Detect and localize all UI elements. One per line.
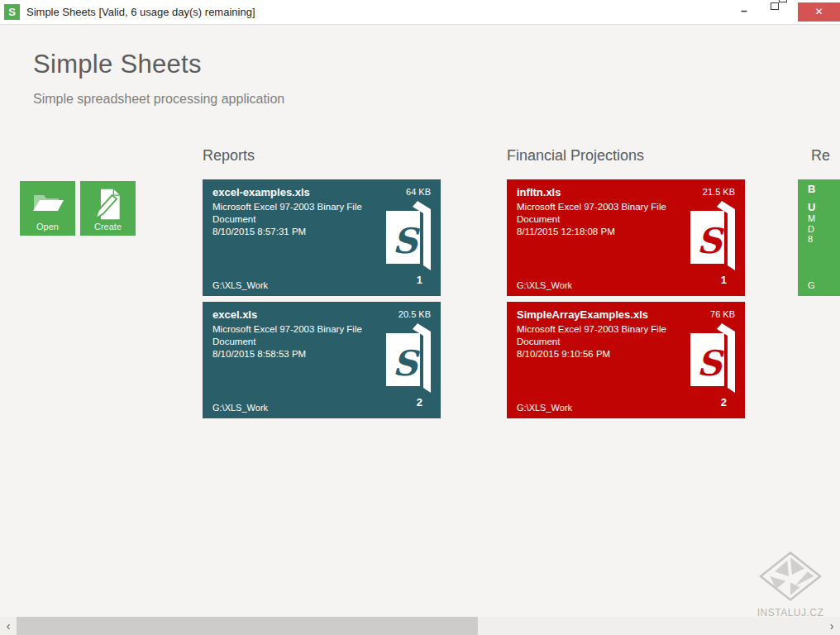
file-index: 2 [721, 396, 727, 408]
file-size: 76 KB [710, 309, 735, 319]
file-tile[interactable]: excel.xls 20.5 KB Microsoft Excel 97-200… [203, 302, 441, 418]
file-path: G:\XLS_Work [517, 403, 572, 413]
file-name: excel-examples.xls [212, 186, 310, 198]
create-button-label: Create [80, 222, 136, 232]
minimize-icon: – [741, 4, 747, 17]
file-size: 64 KB [406, 187, 431, 197]
open-folder-icon [30, 188, 66, 217]
file-tile[interactable]: infltn.xls 21.5 KB Microsoft Excel 97-20… [507, 179, 745, 296]
open-button[interactable]: Open [20, 181, 75, 236]
create-document-icon [93, 188, 124, 221]
restore-button[interactable] [764, 2, 794, 21]
open-button-label: Open [20, 222, 75, 232]
horizontal-scrollbar: ‹ › [0, 617, 840, 635]
minimize-button[interactable]: – [729, 2, 759, 21]
close-button[interactable]: ✕ [798, 2, 840, 21]
file-name: SimpleArrayExamples.xls [517, 308, 648, 321]
close-icon: ✕ [814, 6, 823, 17]
file-tile[interactable]: excel-examples.xls 64 KB Microsoft Excel… [203, 179, 441, 296]
file-path: G:\XLS_Work [517, 280, 572, 290]
file-name: U [808, 201, 815, 213]
chevron-right-icon: › [830, 619, 834, 633]
file-name: excel.xls [212, 308, 257, 321]
file-path: G [808, 280, 815, 290]
watermark: INSTALUJ.CZ [751, 551, 830, 618]
scrollbar-thumb[interactable] [17, 617, 478, 635]
group-financial-projections: Financial Projections infltn.xls 21.5 KB… [507, 147, 745, 424]
group-title: Re [798, 147, 840, 179]
file-meta: Microsoft Excel 97-2003 Binary File Docu… [212, 201, 362, 238]
file-tile[interactable]: SimpleArrayExamples.xls 76 KB Microsoft … [507, 302, 745, 418]
group-title: Financial Projections [507, 147, 745, 179]
title-bar: S Simple Sheets [Valid, 6 usage day(s) r… [0, 0, 840, 25]
group-title: Reports [203, 147, 441, 179]
group-partial: Re B U M D 8 G [798, 147, 840, 302]
file-meta: M D 8 [808, 213, 815, 245]
scroll-right-button[interactable]: › [823, 617, 840, 635]
spreadsheet-icon: S [386, 201, 432, 274]
file-index: 1 [721, 274, 727, 286]
svg-text:S: S [697, 343, 725, 384]
page-subtitle: Simple spreadsheet processing applicatio… [33, 92, 284, 107]
create-button[interactable]: Create [80, 181, 136, 236]
page-title: Simple Sheets [33, 50, 202, 79]
watermark-text: INSTALUJ.CZ [751, 607, 830, 618]
chevron-left-icon: ‹ [7, 619, 11, 633]
svg-text:S: S [697, 221, 725, 261]
file-path: G:\XLS_Work [212, 280, 268, 290]
group-reports: Reports excel-examples.xls 64 KB Microso… [203, 147, 441, 424]
file-meta: Microsoft Excel 97-2003 Binary File Docu… [212, 323, 362, 360]
file-meta: Microsoft Excel 97-2003 Binary File Docu… [517, 201, 666, 238]
spreadsheet-icon: S [690, 201, 737, 274]
spreadsheet-icon: S [690, 323, 737, 396]
spreadsheet-icon: S [386, 323, 432, 396]
file-name: infltn.xls [517, 186, 561, 198]
scroll-left-button[interactable]: ‹ [0, 617, 17, 635]
file-meta: Microsoft Excel 97-2003 Binary File Docu… [517, 323, 666, 360]
file-size: 21.5 KB [703, 187, 735, 197]
svg-text:S: S [393, 343, 421, 384]
file-tile[interactable]: B U M D 8 G [798, 179, 840, 296]
file-path: G:\XLS_Work [212, 403, 268, 413]
file-index: 2 [417, 396, 422, 408]
svg-text:S: S [393, 221, 421, 261]
file-name: B [808, 183, 815, 195]
window-title: Simple Sheets [Valid, 6 usage day(s) rem… [26, 6, 255, 18]
file-index: 1 [417, 274, 422, 286]
file-size: 20.5 KB [399, 309, 431, 319]
instaluj-logo-icon [759, 551, 822, 602]
app-icon: S [4, 4, 20, 20]
